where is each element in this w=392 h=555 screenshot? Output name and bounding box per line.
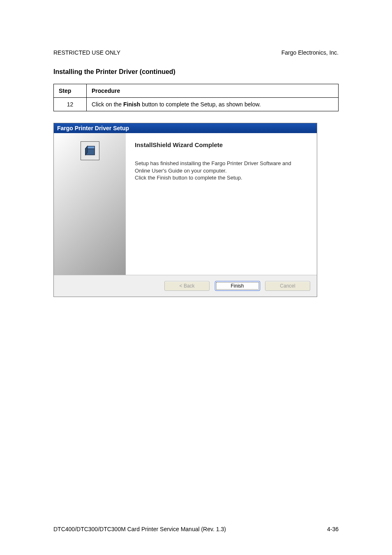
- col-step-header: Step: [54, 84, 87, 98]
- header-right: Fargo Electronics, Inc.: [281, 49, 339, 56]
- installer-dialog: Fargo Printer Driver Setup InstallShield…: [53, 123, 317, 297]
- footer-left: DTC400/DTC300/DTC300M Card Printer Servi…: [53, 526, 226, 532]
- step-text-after: button to complete the Setup, as shown b…: [140, 101, 261, 108]
- dialog-paragraph-2: Click the Finish button to complete the …: [135, 174, 308, 182]
- box-icon: [84, 145, 96, 157]
- footer-right: 4-36: [327, 526, 339, 532]
- dialog-side-art: [54, 133, 126, 275]
- dialog-body: InstallShield Wizard Complete Setup has …: [54, 133, 317, 275]
- table-row: 12 Click on the Finish button to complet…: [54, 98, 339, 111]
- dialog-button-row: < Back Finish Cancel: [54, 275, 317, 297]
- col-procedure-header: Procedure: [87, 84, 339, 98]
- installer-logo-icon: [81, 141, 99, 160]
- step-text-bold: Finish: [123, 101, 140, 108]
- procedure-table: Step Procedure 12 Click on the Finish bu…: [53, 84, 339, 111]
- step-text: Click on the Finish button to complete t…: [87, 98, 339, 111]
- section-title: Installing the Printer Driver (continued…: [53, 68, 339, 76]
- finish-button[interactable]: Finish: [215, 281, 260, 291]
- step-number: 12: [54, 98, 87, 111]
- cancel-button: Cancel: [265, 281, 310, 291]
- header-left: RESTRICTED USE ONLY: [53, 49, 120, 56]
- page-header: RESTRICTED USE ONLY Fargo Electronics, I…: [53, 49, 339, 56]
- dialog-titlebar: Fargo Printer Driver Setup: [54, 123, 317, 133]
- dialog-heading: InstallShield Wizard Complete: [135, 141, 308, 148]
- page: RESTRICTED USE ONLY Fargo Electronics, I…: [0, 0, 392, 555]
- step-text-before: Click on the: [92, 101, 123, 108]
- back-button: < Back: [164, 281, 210, 291]
- page-footer: DTC400/DTC300/DTC300M Card Printer Servi…: [53, 526, 339, 532]
- dialog-paragraph-1: Setup has finished installing the Fargo …: [135, 160, 308, 174]
- dialog-main: InstallShield Wizard Complete Setup has …: [126, 133, 317, 275]
